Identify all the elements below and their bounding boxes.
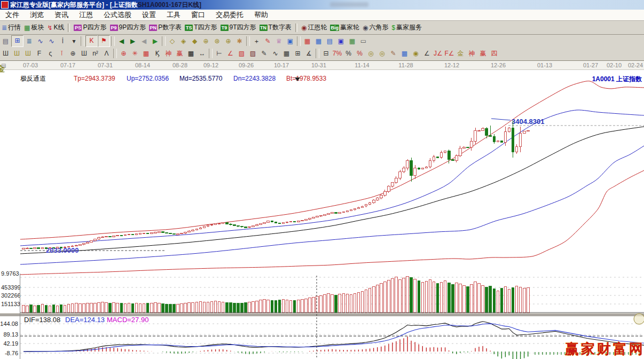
menu-文件[interactable]: 文件	[0, 10, 25, 20]
shen-red-icon[interactable]: 神	[163, 48, 174, 59]
printer-icon[interactable]: ▭	[358, 36, 369, 46]
save-icon[interactable]: ▣	[335, 36, 347, 46]
menu-工具[interactable]: 工具	[161, 10, 186, 20]
toolbar-t9-square[interactable]: T99T四方形	[221, 23, 256, 32]
pen-angle-icon[interactable]: ✎	[262, 36, 273, 46]
svg-text:08-28: 08-28	[172, 62, 187, 68]
target-red-icon[interactable]: ⊕	[118, 48, 129, 59]
pencil-lines-icon[interactable]: ✎	[258, 48, 270, 59]
gann-circle-icon[interactable]: ⊕	[67, 48, 78, 59]
puzzle-icon[interactable]: ▣	[285, 36, 296, 46]
dropdown-icon[interactable]: ▾	[68, 36, 80, 46]
menu-公式选股[interactable]: 公式选股	[98, 10, 137, 20]
compass-4-icon[interactable]: ⊕	[200, 36, 211, 46]
slope-icon[interactable]: ∡	[303, 48, 315, 59]
grid-mix-icon[interactable]: ▨	[247, 48, 258, 59]
gold-comb1-icon[interactable]: Ш	[11, 48, 22, 59]
a-grid-icon[interactable]: ▦	[399, 48, 410, 59]
compass-6-icon[interactable]: ⊕	[223, 36, 234, 46]
step-last-icon[interactable]: ▶	[127, 36, 138, 46]
star-red-icon[interactable]: ✳	[129, 48, 140, 59]
width-arrows-icon[interactable]: ↔	[197, 48, 208, 59]
grid-color-icon[interactable]: ▦	[347, 36, 358, 46]
n-squared-icon[interactable]: n²	[90, 48, 101, 59]
flask-icon[interactable]: İ	[57, 36, 68, 46]
toolbar-t-number[interactable]: TNT数字表	[260, 23, 292, 32]
ying-angle-icon[interactable]: 赢∠	[477, 48, 489, 59]
crown-icon[interactable]: ♕	[273, 36, 285, 46]
arrow-left-icon[interactable]: ◀	[138, 36, 150, 46]
toolbar-p9-square[interactable]: P99P四方形	[110, 23, 146, 32]
toolbar-p-number[interactable]: PNP数字表	[149, 23, 182, 32]
f-ruler-icon[interactable]: F	[34, 48, 45, 59]
grid-red-icon[interactable]: ▦	[140, 48, 152, 59]
comb-icon[interactable]: Ш	[0, 48, 11, 59]
layout-grid-icon[interactable]: ▤	[0, 36, 11, 46]
toolbar-hexagon[interactable]: ◉六角形	[363, 23, 388, 32]
menu-设置[interactable]: 设置	[137, 10, 161, 20]
brush-icon[interactable]: ✎	[388, 48, 399, 59]
f-angle-icon[interactable]: F∠	[444, 48, 455, 59]
percent-icon[interactable]: %	[343, 48, 354, 59]
wave-3-icon[interactable]: ∿	[35, 36, 46, 46]
shen-angle-icon[interactable]: 神∠	[466, 48, 477, 59]
hand-icon[interactable]: ✱	[234, 36, 245, 46]
note-icon[interactable]: ≣	[23, 36, 35, 46]
toolbar-winner-service[interactable]: $赢家服务	[391, 23, 422, 32]
kline-mode-icon[interactable]: K	[85, 35, 98, 47]
toolbar-quotes[interactable]: ≣行情	[2, 23, 21, 32]
left-tab-glyph[interactable]: 金	[0, 64, 5, 74]
percent-line-icon[interactable]: %	[354, 48, 365, 59]
coin2-icon[interactable]: ◎	[376, 48, 388, 59]
menu-窗口[interactable]: 窗口	[186, 10, 210, 20]
toolbar-p-square[interactable]: PSP四方形	[74, 23, 106, 32]
step-first-icon[interactable]: ◀	[116, 36, 127, 46]
fan-red-icon[interactable]: ∠	[225, 48, 236, 59]
menu-浏览[interactable]: 浏览	[25, 10, 49, 20]
flag-icon[interactable]: ⚑	[98, 35, 110, 47]
pin-icon[interactable]: ⊺	[56, 48, 67, 59]
angle-icon[interactable]: ∠	[421, 48, 433, 59]
grid-black-icon[interactable]: ▦	[185, 48, 197, 59]
table-icon[interactable]: ▦	[313, 36, 324, 46]
separator	[81, 36, 84, 46]
wave-9-icon[interactable]: ∿	[46, 36, 57, 46]
toolbar-kline[interactable]: ↯K线	[47, 23, 64, 32]
k-quote-icon[interactable]: Ϗ	[152, 48, 163, 59]
coin1-icon[interactable]: ◎	[365, 48, 376, 59]
calendar-icon[interactable]: ▦	[302, 36, 313, 46]
compass-5-icon[interactable]: ⊛	[211, 36, 223, 46]
menu-帮助[interactable]: 帮助	[249, 10, 273, 20]
toolbar-sectors[interactable]: ▦板块	[24, 23, 44, 32]
net-chart-icon[interactable]: ⊞	[11, 35, 23, 47]
window-red-icon[interactable]: ▧	[236, 48, 247, 59]
grid3-icon[interactable]: ▦	[281, 48, 292, 59]
gold-comb2-icon[interactable]: Ш	[22, 48, 34, 59]
title-bar[interactable]: 家江恩专业版[赢家内部服务平台] - [上证指数 SH1A0001-167日K线…	[0, 0, 644, 10]
frame-icon[interactable]: ⊢	[214, 48, 225, 59]
j-angle-icon[interactable]: J∠	[433, 48, 444, 59]
compass-3-icon[interactable]: ◆	[189, 36, 200, 46]
toolbar-gann-wheel[interactable]: ◉江恩轮	[301, 23, 327, 32]
menu-资讯[interactable]: 资讯	[49, 10, 74, 20]
comb2-icon[interactable]: Ш	[78, 48, 90, 59]
gold-angle-icon[interactable]: 金∠	[455, 48, 466, 59]
a-slash-icon[interactable]: Λ	[101, 48, 112, 59]
arrow-right-icon[interactable]: ▶	[150, 36, 161, 46]
si-angle-icon[interactable]: 四∠	[489, 48, 500, 59]
grid-plus-icon[interactable]: ⊞	[292, 48, 303, 59]
ying-red-icon[interactable]: 赢	[174, 48, 185, 59]
spring-icon[interactable]: ς	[45, 48, 56, 59]
toolbar-winner-wheel[interactable]: Big赢家轮	[330, 23, 359, 32]
crosshair-icon[interactable]: ＋	[251, 36, 262, 46]
list-icon[interactable]: ⊟	[320, 48, 332, 59]
compass-1-icon[interactable]: ◇	[167, 36, 178, 46]
menu-江恩[interactable]: 江恩	[74, 10, 98, 20]
wave2-icon[interactable]: ∿	[270, 48, 281, 59]
toolbar-t-square[interactable]: TST四方形	[185, 23, 217, 32]
percent7-icon[interactable]: 7%	[332, 48, 343, 59]
report-icon[interactable]: ▤	[324, 36, 335, 46]
compass-2-icon[interactable]: ◈	[178, 36, 189, 46]
gold-coin-icon[interactable]: ◉	[410, 48, 421, 59]
menu-交易委托[interactable]: 交易委托	[210, 10, 249, 20]
